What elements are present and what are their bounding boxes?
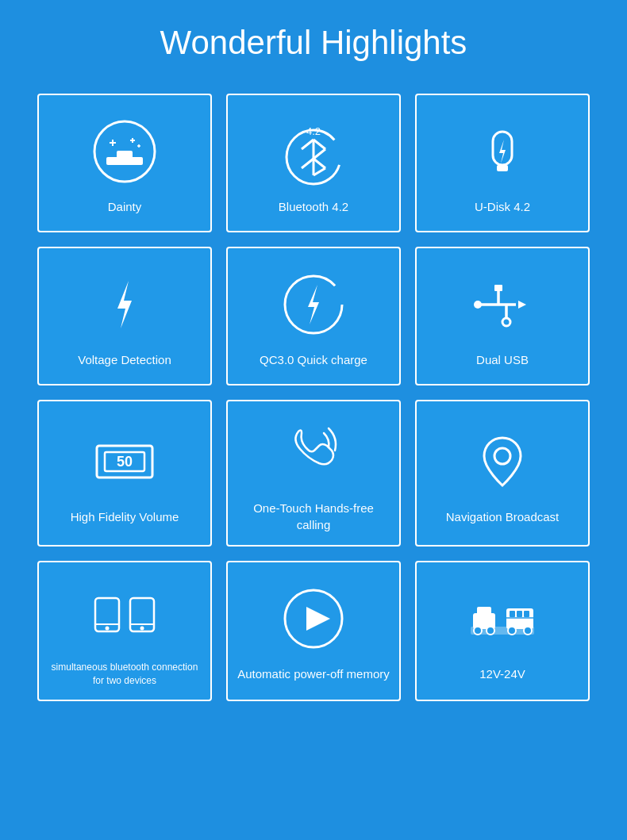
svg-line-17 <box>302 140 314 149</box>
dainty-icon <box>89 116 160 187</box>
svg-marker-22 <box>117 281 132 328</box>
simultaneous-label: simultaneous bluetooth connection for tw… <box>47 661 202 688</box>
svg-point-51 <box>524 627 532 635</box>
bluetooth-icon: 4.2 <box>278 116 349 187</box>
navigation-label: Navigation Broadcast <box>446 508 560 525</box>
voltage-icon <box>89 269 160 340</box>
voltage24-label: 12V-24V <box>479 665 525 682</box>
handsfree-label: One-Touch Hands-free calling <box>236 500 391 533</box>
card-voltage: Voltage Detection <box>37 247 212 385</box>
card-bluetooth: 4.2 Bluetooth 4.2 <box>226 94 401 232</box>
card-dualusb: Dual USB <box>415 247 590 385</box>
svg-marker-43 <box>306 607 330 631</box>
svg-rect-21 <box>497 165 508 171</box>
svg-line-18 <box>302 159 314 168</box>
dualusb-label: Dual USB <box>476 351 529 368</box>
navigation-icon <box>467 426 538 497</box>
svg-rect-46 <box>477 607 491 616</box>
svg-point-47 <box>474 627 482 635</box>
handsfree-icon <box>278 417 349 489</box>
svg-marker-31 <box>518 301 526 309</box>
udisk-icon <box>467 116 538 187</box>
svg-point-48 <box>487 627 494 635</box>
card-handsfree: One-Touch Hands-free calling <box>226 400 401 547</box>
udisk-label: U-Disk 4.2 <box>475 198 530 215</box>
page-title: Wonderful Highlights <box>160 24 467 62</box>
voltage-label: Voltage Detection <box>78 351 171 368</box>
svg-rect-28 <box>494 285 502 291</box>
svg-point-38 <box>106 627 110 631</box>
svg-rect-53 <box>510 611 515 617</box>
card-autoff: Automatic power-off memory <box>226 561 401 701</box>
card-navigation: Navigation Broadcast <box>415 400 590 547</box>
autoff-label: Automatic power-off memory <box>237 665 389 682</box>
card-hifi: 50 High Fidelity Volume <box>37 400 212 547</box>
svg-line-15 <box>314 159 325 168</box>
svg-point-35 <box>494 448 510 464</box>
card-udisk: U-Disk 4.2 <box>415 94 590 232</box>
svg-line-14 <box>314 149 325 159</box>
hifi-label: High Fidelity Volume <box>71 508 179 525</box>
svg-line-16 <box>314 168 325 175</box>
svg-rect-19 <box>493 132 512 165</box>
card-qc30: QC3.0 Quick charge <box>226 247 401 385</box>
svg-point-29 <box>502 318 510 326</box>
svg-rect-3 <box>127 157 143 165</box>
svg-rect-55 <box>524 611 529 617</box>
card-dainty: Dainty <box>37 94 212 232</box>
qc30-icon <box>278 269 349 340</box>
svg-point-30 <box>474 301 482 309</box>
dualusb-icon <box>467 269 538 340</box>
svg-point-50 <box>508 627 516 635</box>
qc30-label: QC3.0 Quick charge <box>260 351 367 368</box>
simultaneous-icon <box>89 578 160 650</box>
voltage24-icon <box>467 583 538 654</box>
svg-point-41 <box>140 627 144 631</box>
card-simultaneous: simultaneous bluetooth connection for tw… <box>37 561 212 701</box>
card-voltage24: 12V-24V <box>415 561 590 701</box>
svg-marker-20 <box>499 140 506 163</box>
dainty-label: Dainty <box>108 198 142 215</box>
bluetooth-label: Bluetooth 4.2 <box>279 198 348 215</box>
svg-line-13 <box>314 140 325 149</box>
svg-text:4.2: 4.2 <box>306 125 321 137</box>
svg-rect-54 <box>517 611 522 617</box>
svg-text:50: 50 <box>117 454 133 470</box>
features-grid: Dainty 4.2 Bluetooth 4.2 <box>37 94 590 701</box>
svg-marker-24 <box>308 285 319 324</box>
hifi-icon: 50 <box>89 426 160 497</box>
autoff-icon <box>278 583 349 654</box>
